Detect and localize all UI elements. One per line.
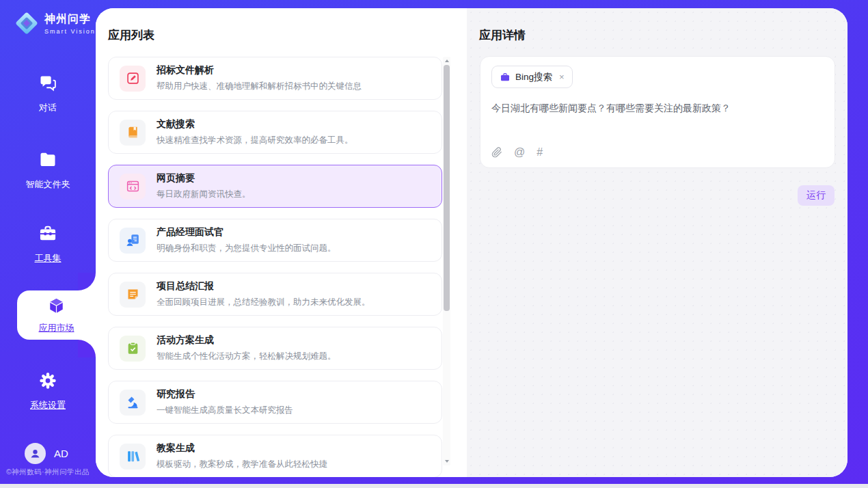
scroll-up-icon[interactable] — [443, 57, 450, 64]
close-icon[interactable]: × — [559, 72, 565, 82]
copyright-text: ©神州数码·神州问学出品 — [0, 467, 96, 477]
app-detail-panel: 应用详情 Bing搜索 × 今日湖北有哪些新闻要点？有哪些需要关注的最新政策？ — [467, 8, 847, 477]
app-card-description: 模板驱动，教案秒成，教学准备从此轻松快捷 — [157, 459, 327, 470]
app-card-name: 研究报告 — [157, 388, 293, 401]
app-card-name: 教案生成 — [157, 442, 327, 455]
app-card[interactable]: 文献搜索 快速精准查找学术资源，提高研究效率的必备工具。 — [108, 111, 442, 154]
sidebar-item-label: 对话 — [39, 102, 57, 114]
app-card-name: 网页摘要 — [157, 172, 251, 185]
app-card-name: 项目总结汇报 — [157, 280, 370, 293]
sidebar-item-smart-folder[interactable]: 智能文件夹 — [0, 150, 96, 191]
toolbox-icon — [38, 224, 57, 246]
sidebar-item-toolset[interactable]: 工具集 — [0, 224, 96, 265]
sidebar-item-label: 应用市场 — [39, 322, 74, 334]
briefcase-icon — [500, 72, 511, 83]
app-card[interactable]: 研究报告 一键智能生成高质量长文本研究报告 — [108, 381, 442, 424]
sidebar: 神州问学 Smart Vision 对话智能文件夹工具集应用市场系统设置 AD … — [0, 0, 96, 484]
sidebar-item-label: 智能文件夹 — [26, 178, 70, 191]
prompt-input[interactable]: 今日湖北有哪些新闻要点？有哪些需要关注的最新政策？ — [491, 101, 824, 115]
hash-icon[interactable]: # — [537, 147, 543, 158]
app-card-name: 文献搜索 — [157, 118, 353, 131]
app-detail-title: 应用详情 — [467, 8, 847, 43]
app-card[interactable]: 网页摘要 每日政府新闻资讯快查。 — [108, 165, 442, 208]
app-list-panel: 应用列表 招标文件解析 帮助用户快速、准确地理解和解析招标书中的关键信息 文献搜… — [96, 8, 467, 477]
scrollbar[interactable] — [443, 57, 450, 465]
cube-icon — [47, 297, 66, 318]
app-frame: 神州问学 Smart Vision 对话智能文件夹工具集应用市场系统设置 AD … — [0, 0, 868, 484]
browser-code-icon — [120, 174, 146, 200]
main-content: 应用列表 招标文件解析 帮助用户快速、准确地理解和解析招标书中的关键信息 文献搜… — [96, 8, 847, 477]
user-name: AD — [54, 448, 68, 459]
books-icon — [120, 444, 146, 470]
app-card-description: 帮助用户快速、准确地理解和解析招标书中的关键信息 — [157, 81, 362, 92]
run-button[interactable]: 运行 — [798, 185, 835, 206]
app-list: 招标文件解析 帮助用户快速、准确地理解和解析招标书中的关键信息 文献搜索 快速精… — [108, 57, 442, 477]
tab-notch-top — [78, 273, 96, 290]
paperclip-icon[interactable] — [491, 147, 502, 158]
scrollbar-thumb[interactable] — [444, 65, 450, 311]
user-badge[interactable]: AD — [25, 443, 68, 464]
sidebar-item-label: 系统设置 — [30, 399, 66, 411]
prompt-card: Bing搜索 × 今日湖北有哪些新闻要点？有哪些需要关注的最新政策？ @ # — [480, 56, 835, 168]
app-card-description: 每日政府新闻资讯快查。 — [157, 189, 251, 200]
diamond-logo-icon — [14, 10, 40, 36]
sidebar-item-system-settings[interactable]: 系统设置 — [0, 371, 96, 411]
app-card-description: 全面回顾项目进展，总结经验教训，助力未来优化发展。 — [157, 297, 370, 308]
app-card-description: 一键智能生成高质量长文本研究报告 — [157, 405, 293, 416]
clipboard-check-icon — [120, 336, 146, 362]
chat-icon — [38, 74, 57, 96]
interviewer-icon — [120, 228, 146, 254]
app-card-name: 招标文件解析 — [157, 64, 362, 77]
app-card-description: 明确身份和职责，为您提供专业性的面试问题。 — [157, 243, 336, 254]
gear-icon — [38, 371, 57, 393]
pen-document-icon — [120, 66, 146, 92]
logo-subtitle: Smart Vision — [44, 28, 96, 35]
app-card[interactable]: 招标文件解析 帮助用户快速、准确地理解和解析招标书中的关键信息 — [108, 57, 442, 100]
avatar — [25, 443, 46, 464]
app-list-title: 应用列表 — [96, 8, 467, 43]
logo-title: 神州问学 — [44, 12, 96, 27]
mention-icon[interactable]: @ — [514, 147, 525, 158]
app-card[interactable]: 产品经理面试官 明确身份和职责，为您提供专业性的面试问题。 — [108, 219, 442, 262]
note-icon — [120, 282, 146, 308]
scroll-down-icon[interactable] — [443, 458, 450, 465]
plugin-chip-bing-search[interactable]: Bing搜索 × — [491, 66, 573, 88]
app-card[interactable]: 活动方案生成 智能生成个性化活动方案，轻松解决规划难题。 — [108, 327, 442, 370]
app-logo: 神州问学 Smart Vision — [14, 10, 96, 36]
app-card[interactable]: 教案生成 模板驱动，教案秒成，教学准备从此轻松快捷 — [108, 435, 442, 477]
book-icon — [120, 120, 146, 146]
microscope-icon — [120, 390, 146, 416]
app-card-name: 产品经理面试官 — [157, 226, 336, 239]
sidebar-item-app-market[interactable]: 应用市场 — [17, 290, 96, 340]
app-card-description: 快速精准查找学术资源，提高研究效率的必备工具。 — [157, 135, 353, 146]
plugin-chip-label: Bing搜索 — [515, 71, 552, 83]
app-card-description: 智能生成个性化活动方案，轻松解决规划难题。 — [157, 351, 336, 362]
folder-icon — [38, 150, 57, 172]
tab-notch-bottom — [78, 340, 96, 357]
input-toolbar: @ # — [491, 147, 824, 158]
app-card[interactable]: 项目总结汇报 全面回顾项目进展，总结经验教训，助力未来优化发展。 — [108, 273, 442, 316]
app-card-name: 活动方案生成 — [157, 334, 336, 347]
person-icon — [29, 447, 42, 460]
sidebar-item-label: 工具集 — [35, 252, 62, 265]
sidebar-item-chat[interactable]: 对话 — [0, 74, 96, 114]
